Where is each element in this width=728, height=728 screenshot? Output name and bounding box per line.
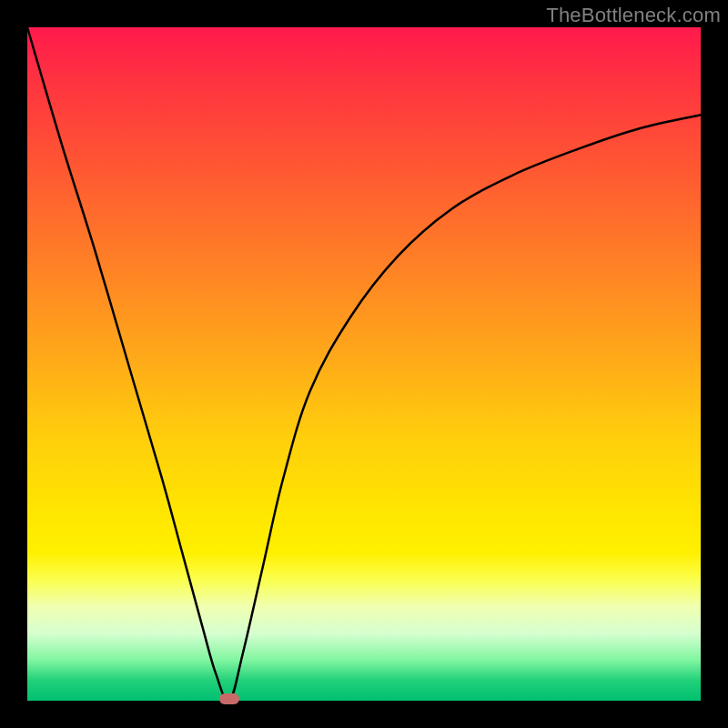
chart-frame: TheBottleneck.com <box>0 0 728 728</box>
min-marker <box>219 693 239 704</box>
bottleneck-curve <box>27 27 701 701</box>
curve-path <box>27 27 701 702</box>
attribution-label: TheBottleneck.com <box>546 4 721 27</box>
